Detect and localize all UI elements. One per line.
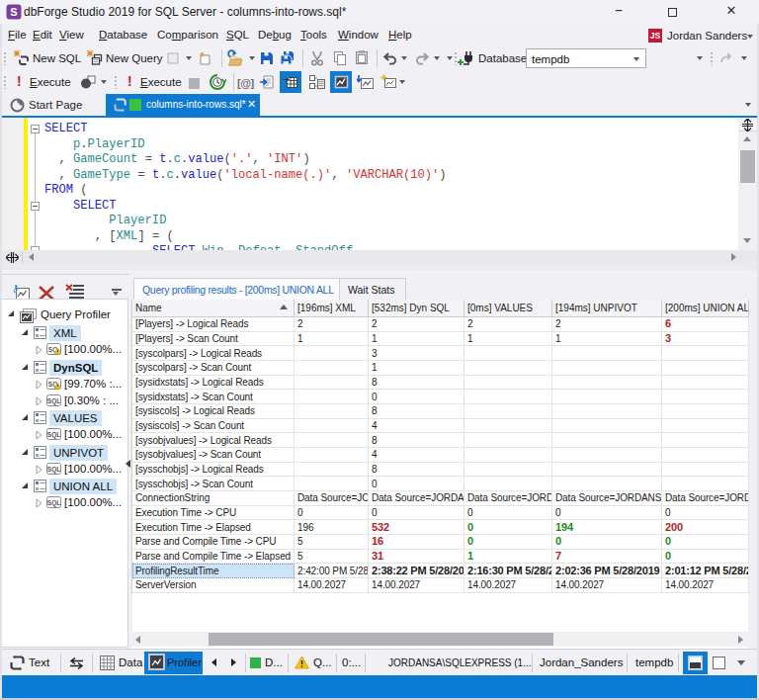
svg-text:S: S	[10, 6, 17, 18]
